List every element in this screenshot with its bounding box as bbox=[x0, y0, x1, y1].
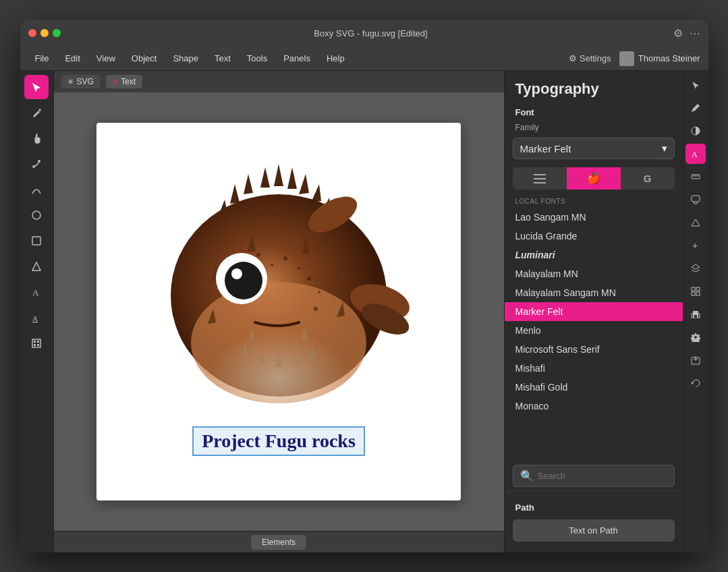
canvas-tabs: ✳ SVG A Text bbox=[54, 71, 504, 92]
triangle-tool[interactable] bbox=[24, 254, 49, 279]
node-tool[interactable] bbox=[24, 152, 49, 176]
svg-rect-65 bbox=[696, 292, 700, 295]
elements-button[interactable]: Elements bbox=[251, 535, 306, 550]
rectangle-tool[interactable] bbox=[24, 229, 49, 253]
fish-illustration bbox=[137, 147, 420, 433]
svg-marker-15 bbox=[244, 174, 253, 194]
typography-icon[interactable]: A bbox=[685, 144, 706, 164]
speech-icon[interactable] bbox=[685, 190, 706, 210]
titlebar-icons: ⚙ ⋯ bbox=[673, 27, 700, 40]
panel-title: Typography bbox=[505, 71, 683, 103]
text-selection[interactable]: Project Fugu rocks bbox=[192, 420, 365, 456]
canvas-wrapper[interactable]: Project Fugu rocks bbox=[54, 92, 504, 531]
svg-rect-6 bbox=[32, 339, 40, 347]
svg-rect-3 bbox=[32, 237, 40, 245]
svg-rect-52 bbox=[534, 178, 546, 179]
menu-shape[interactable]: Shape bbox=[166, 51, 205, 66]
triangle-icon[interactable] bbox=[685, 212, 706, 233]
close-button[interactable] bbox=[28, 29, 36, 37]
font-section-label: Font bbox=[505, 103, 683, 120]
maximize-button[interactable] bbox=[53, 29, 61, 37]
font-item[interactable]: Mishafi bbox=[505, 359, 683, 378]
menu-help[interactable]: Help bbox=[320, 51, 352, 66]
puzzle-icon[interactable]: ⚙ bbox=[673, 27, 683, 40]
font-item[interactable]: Luminari bbox=[505, 246, 683, 264]
menu-file[interactable]: File bbox=[28, 51, 56, 66]
font-item[interactable]: Microsoft Sans Serif bbox=[505, 340, 683, 359]
font-item-marker-felt[interactable]: Marker Felt bbox=[505, 302, 683, 321]
font-item[interactable]: Malayalam MN bbox=[505, 264, 683, 283]
svg-text:A: A bbox=[32, 287, 39, 297]
svg-text:A: A bbox=[32, 314, 38, 322]
font-item[interactable]: Lao Sangam MN bbox=[505, 208, 683, 227]
menu-panels[interactable]: Panels bbox=[277, 51, 317, 66]
cursor-tool[interactable] bbox=[24, 75, 49, 99]
selected-font-name: Marker Felt bbox=[520, 143, 571, 154]
svg-text:A: A bbox=[692, 150, 698, 159]
pen-tool[interactable] bbox=[24, 101, 49, 125]
font-item[interactable]: Mishafi Gold bbox=[505, 378, 683, 397]
canvas-bg: Project Fugu rocks bbox=[96, 123, 461, 500]
tab-svg[interactable]: ✳ SVG bbox=[61, 75, 101, 88]
svg-point-69 bbox=[694, 336, 697, 339]
gear-icon[interactable] bbox=[685, 327, 706, 347]
svg-point-25 bbox=[283, 256, 287, 260]
source-tab-apple[interactable]: 🍎 bbox=[567, 167, 621, 190]
search-input[interactable] bbox=[538, 471, 667, 481]
export-icon[interactable] bbox=[685, 350, 706, 370]
undo-icon[interactable] bbox=[685, 373, 706, 393]
font-item[interactable]: Monaco bbox=[505, 397, 683, 416]
user-avatar bbox=[619, 51, 634, 66]
grid-icon[interactable] bbox=[685, 281, 706, 302]
settings-button[interactable]: ⚙ Settings bbox=[569, 53, 611, 63]
source-tab-list[interactable] bbox=[513, 167, 567, 190]
svg-point-26 bbox=[298, 267, 300, 270]
text-on-path-button[interactable]: Text on Path bbox=[513, 519, 675, 542]
svg-point-21 bbox=[191, 282, 366, 403]
traffic-lights bbox=[28, 29, 61, 37]
ellipse-tool[interactable] bbox=[24, 203, 49, 227]
canvas-area: ✳ SVG A Text bbox=[54, 71, 504, 552]
font-source-tabs: 🍎 G bbox=[513, 167, 675, 190]
menu-tools[interactable]: Tools bbox=[240, 51, 274, 66]
source-tab-google[interactable]: G bbox=[621, 167, 675, 190]
font-family-dropdown[interactable]: Marker Felt ▾ bbox=[513, 138, 675, 159]
contrast-icon[interactable] bbox=[685, 121, 706, 141]
right-icon-rail: A + bbox=[683, 71, 708, 552]
user-button[interactable]: Thomas Steiner bbox=[619, 51, 700, 66]
minimize-button[interactable] bbox=[40, 29, 49, 37]
hand-tool[interactable] bbox=[24, 126, 49, 150]
svg-rect-8 bbox=[37, 341, 39, 343]
svg-point-49 bbox=[231, 268, 242, 279]
building-icon[interactable] bbox=[685, 304, 706, 324]
svg-rect-63 bbox=[696, 287, 700, 291]
local-fonts-label: LOCAL FONTS bbox=[505, 195, 683, 208]
canvas-text-element[interactable]: Project Fugu rocks bbox=[192, 426, 365, 456]
svg-rect-62 bbox=[692, 287, 695, 291]
font-item[interactable]: Lucida Grande bbox=[505, 227, 683, 246]
window-title: Boxy SVG - fugu.svg [Edited] bbox=[69, 28, 673, 38]
svg-marker-14 bbox=[299, 174, 309, 194]
pencil-icon[interactable] bbox=[685, 98, 706, 118]
svg-rect-7 bbox=[34, 341, 36, 343]
font-item[interactable]: Malayalam Sangam MN bbox=[505, 283, 683, 302]
font-list[interactable]: Lao Sangam MN Lucida Grande Luminari Mal… bbox=[505, 208, 683, 461]
frame-tool[interactable] bbox=[24, 331, 49, 355]
pointer-icon[interactable] bbox=[685, 75, 706, 95]
layers-icon[interactable] bbox=[685, 258, 706, 279]
menu-edit[interactable]: Edit bbox=[58, 51, 86, 66]
font-item[interactable]: Menlo bbox=[505, 321, 683, 340]
svg-marker-11 bbox=[260, 167, 270, 188]
font-search[interactable]: 🔍 bbox=[513, 465, 675, 487]
bezier-tool[interactable] bbox=[24, 177, 49, 202]
text-tool[interactable]: A bbox=[24, 280, 49, 304]
app-window: Boxy SVG - fugu.svg [Edited] ⚙ ⋯ File Ed… bbox=[20, 20, 708, 552]
more-icon[interactable]: ⋯ bbox=[690, 27, 700, 40]
ruler-icon[interactable] bbox=[685, 167, 706, 187]
plus-icon[interactable]: + bbox=[685, 235, 706, 256]
menu-object[interactable]: Object bbox=[125, 51, 164, 66]
tab-text[interactable]: A Text bbox=[106, 75, 142, 88]
menu-text[interactable]: Text bbox=[208, 51, 237, 66]
text-small-tool[interactable]: A bbox=[24, 306, 49, 330]
menu-view[interactable]: View bbox=[90, 51, 122, 66]
